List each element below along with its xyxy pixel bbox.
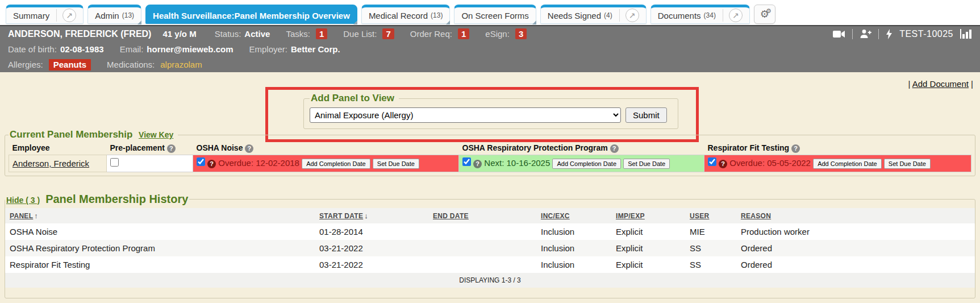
- osha-respiratory-cell: ? Next: 10-16-2025 Add Completion Date S…: [459, 155, 704, 172]
- osha-noise-checkbox[interactable]: [197, 157, 205, 166]
- patient-banner: ANDERSON, FREDERICK (FRED) 41 y/o M Stat…: [0, 25, 980, 72]
- allergy-badge[interactable]: Peanuts: [49, 59, 91, 70]
- osha-noise-cell: ? Overdue: 12-02-2018 Add Completion Dat…: [193, 155, 459, 172]
- due-list-count-badge[interactable]: 7: [382, 28, 394, 39]
- popup-glyph: ↗: [629, 11, 636, 20]
- tasks-count-badge[interactable]: 1: [316, 28, 327, 39]
- cell-start-date: 01-28-2014: [315, 223, 428, 240]
- tab-count: (34): [704, 11, 716, 19]
- cell-end-date: [428, 223, 536, 240]
- history-footer-row: DISPLAYING 1-3 / 3: [5, 273, 975, 288]
- set-due-date-button[interactable]: Set Due Date: [884, 159, 931, 169]
- tab-label: Summary: [13, 11, 49, 20]
- hide-link[interactable]: Hide ( 3 ): [6, 196, 40, 205]
- popup-arrow-icon[interactable]: ↗: [62, 9, 76, 22]
- tab-bar: Summary ↗ Admin (13) Health Surveillance…: [0, 0, 980, 25]
- respirator-fit-cell: ? Overdue: 05-05-2022 Add Completion Dat…: [704, 155, 971, 172]
- panel-membership-history-legend: Hide ( 3 ) Panel Membership History: [5, 193, 189, 206]
- history-row[interactable]: OSHA Noise 01-28-2014 Inclusion Explicit…: [5, 223, 975, 240]
- patient-banner-row-2: Date of birth: 02-08-1983 Email: horner@…: [0, 41, 980, 57]
- help-icon[interactable]: ?: [473, 160, 482, 168]
- panel-status: Overdue: 12-02-2018: [218, 158, 299, 168]
- help-icon[interactable]: ?: [245, 144, 253, 153]
- tab-label: Needs Signed: [548, 11, 601, 20]
- employer-label: Employer:: [249, 44, 287, 54]
- esign-count-badge[interactable]: 3: [515, 28, 527, 39]
- add-panel-legend: Add Panel to View: [310, 93, 399, 104]
- col-reason[interactable]: REASON: [736, 208, 975, 223]
- cell-user: SS: [685, 256, 736, 273]
- cell-inc-exc: Inclusion: [536, 240, 611, 256]
- col-start-date[interactable]: START DATE↓: [315, 208, 428, 223]
- popup-arrow-icon[interactable]: ↗: [625, 9, 639, 22]
- settings-gears-icon[interactable]: ⚙ ⚙: [754, 5, 775, 24]
- lightning-bolt-icon[interactable]: [886, 29, 893, 39]
- respirator-fit-checkbox[interactable]: [708, 157, 716, 166]
- set-due-date-button[interactable]: Set Due Date: [373, 159, 419, 169]
- popup-glyph: ↗: [732, 11, 739, 20]
- add-completion-date-button[interactable]: Add Completion Date: [302, 159, 370, 169]
- set-due-date-button[interactable]: Set Due Date: [623, 159, 670, 169]
- add-document-link[interactable]: Add Document: [912, 79, 969, 89]
- col-respirator-fit: Respirator Fit Testing ?: [704, 142, 971, 155]
- cpm-header-row: Employee Pre-placement ? OSHA Noise ? OS…: [9, 142, 971, 155]
- submit-button[interactable]: Submit: [625, 107, 667, 123]
- cell-start-date: 03-21-2022: [315, 256, 428, 273]
- tasks-label: Tasks:: [286, 29, 310, 39]
- history-row[interactable]: Respirator Fit Testing 03-21-2022 Inclus…: [5, 256, 975, 273]
- col-employee: Employee: [9, 142, 107, 155]
- col-pre-placement: Pre-placement ?: [107, 142, 193, 155]
- employee-link[interactable]: Anderson, Frederick: [12, 159, 89, 168]
- help-icon[interactable]: ?: [610, 144, 619, 153]
- help-icon[interactable]: ?: [791, 144, 800, 153]
- help-icon[interactable]: ?: [207, 160, 216, 168]
- sort-desc-icon: ↓: [364, 211, 368, 220]
- col-inc-exc[interactable]: INC/EXC: [536, 208, 611, 223]
- panel-membership-history-table: PANEL↑ START DATE↓ END DATE INC/EXC IMP/…: [5, 208, 975, 288]
- add-panel-row: Animal Exposure (Allergy) Submit: [310, 107, 672, 123]
- cell-reason: Production worker: [736, 223, 975, 240]
- help-icon[interactable]: ?: [167, 144, 176, 153]
- col-end-date[interactable]: END DATE: [428, 208, 536, 223]
- panel-select[interactable]: Animal Exposure (Allergy): [310, 107, 621, 123]
- col-imp-exp[interactable]: IMP/EXP: [611, 208, 685, 223]
- panel-status: Overdue: 05-05-2022: [729, 158, 811, 168]
- tab-admin[interactable]: Admin (13): [87, 5, 141, 24]
- pre-placement-checkbox[interactable]: [110, 158, 119, 167]
- history-row[interactable]: OSHA Respiratory Protection Program 03-2…: [5, 240, 975, 256]
- popup-glyph: ↗: [66, 11, 73, 20]
- tab-medical-record[interactable]: Medical Record (13): [361, 5, 451, 24]
- tab-health-surveillance-panel-membership[interactable]: Health Surveillance:Panel Membership Ove…: [145, 5, 357, 24]
- add-person-icon[interactable]: [860, 29, 871, 39]
- tab-label: Medical Record: [369, 11, 428, 20]
- view-key-link[interactable]: View Key: [139, 130, 173, 139]
- current-panel-membership-table: Employee Pre-placement ? OSHA Noise ? OS…: [9, 142, 971, 172]
- bar-chart-icon[interactable]: [960, 29, 972, 39]
- pipe: |: [971, 79, 973, 89]
- medication-value[interactable]: alprazolam: [160, 60, 202, 69]
- col-user[interactable]: USER: [685, 208, 736, 223]
- order-req-count-badge[interactable]: 1: [458, 28, 469, 39]
- tab-on-screen-forms[interactable]: On Screen Forms: [454, 5, 536, 24]
- cell-user: MIE: [685, 223, 736, 240]
- col-osha-noise: OSHA Noise ?: [193, 142, 459, 155]
- add-document-area: | Add Document |: [908, 79, 973, 89]
- cell-reason: Ordered: [736, 240, 975, 256]
- tab-documents[interactable]: Documents (34) ↗: [650, 5, 750, 24]
- tab-needs-signed[interactable]: Needs Signed (4) ↗: [540, 5, 647, 24]
- tab-summary[interactable]: Summary ↗: [6, 5, 84, 24]
- patient-banner-row-1: ANDERSON, FREDERICK (FRED) 41 y/o M Stat…: [0, 26, 980, 41]
- popup-arrow-icon[interactable]: ↗: [729, 9, 743, 22]
- tab-label: Admin: [95, 11, 119, 20]
- tab-label: Health Surveillance:Panel Membership Ove…: [153, 11, 350, 20]
- add-completion-date-button[interactable]: Add Completion Date: [552, 159, 621, 169]
- col-panel[interactable]: PANEL↑: [5, 208, 315, 223]
- medications-label: Medications:: [107, 60, 155, 69]
- help-icon[interactable]: ?: [719, 160, 727, 168]
- add-completion-date-button[interactable]: Add Completion Date: [813, 159, 882, 169]
- tab-divider: [619, 9, 620, 22]
- current-panel-membership-fieldset: Current Panel Membership View Key Employ…: [5, 129, 975, 176]
- video-camera-icon[interactable]: [833, 30, 845, 39]
- osha-respiratory-checkbox[interactable]: [462, 157, 471, 166]
- employer-value: Better Corp.: [291, 44, 340, 54]
